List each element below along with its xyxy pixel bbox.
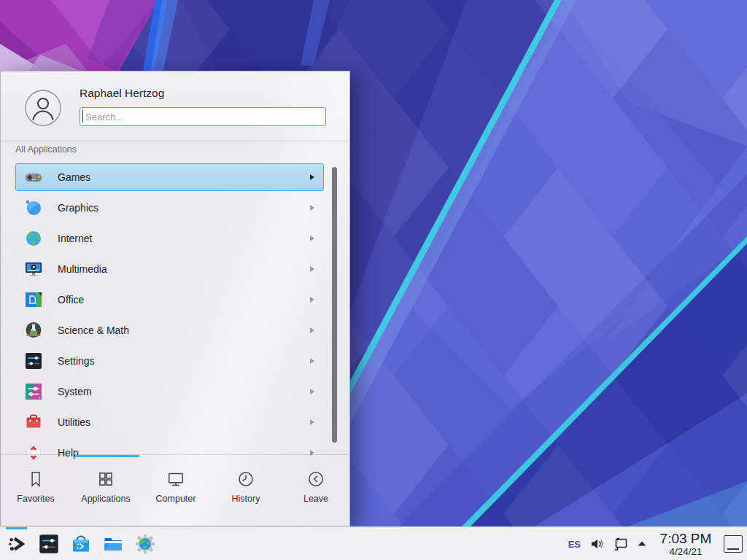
keyboard-layout-indicator[interactable]: ES: [566, 539, 583, 550]
kde-launcher-icon: [6, 533, 28, 555]
app-category-label: Utilities: [58, 416, 310, 428]
submenu-arrow-icon: [310, 266, 314, 272]
app-category-games[interactable]: Games: [15, 163, 324, 191]
application-launcher-menu: Raphael Hertzog All Applications GamesGr…: [0, 71, 350, 526]
leave-icon: [306, 470, 325, 489]
desktop: Raphael Hertzog All Applications GamesGr…: [0, 0, 747, 560]
text-cursor: [82, 110, 83, 122]
app-category-label: Settings: [58, 355, 310, 367]
app-category-label: Office: [58, 294, 310, 306]
tab-label: Leave: [303, 494, 328, 504]
settings-icon: [24, 351, 43, 370]
system-settings-icon: [38, 533, 60, 555]
utilities-icon: [24, 413, 43, 432]
tab-label: History: [232, 494, 260, 504]
submenu-arrow-icon: [310, 297, 314, 303]
show-desktop-button[interactable]: [724, 535, 743, 553]
footer-divider: [1, 454, 349, 455]
app-category-settings[interactable]: Settings: [15, 347, 324, 375]
expand-tray-icon[interactable]: [636, 538, 648, 550]
web-browser-button[interactable]: [133, 527, 157, 560]
submenu-arrow-icon: [310, 174, 314, 180]
office-icon: [24, 290, 43, 309]
app-category-label: Multimedia: [58, 263, 310, 275]
taskbar: ES 7:03 PM 4/24/21: [0, 526, 747, 560]
user-avatar[interactable]: [25, 90, 61, 126]
app-category-label: Games: [58, 171, 310, 183]
active-task-indicator: [6, 527, 27, 529]
submenu-arrow-icon: [310, 327, 314, 333]
network-icon[interactable]: [612, 535, 630, 553]
file-manager-button[interactable]: [101, 527, 125, 560]
scrollbar-thumb[interactable]: [332, 167, 337, 443]
app-category-graphics[interactable]: Graphics: [15, 194, 324, 222]
search-input[interactable]: [80, 107, 326, 126]
show-desktop-glyph: [727, 548, 739, 550]
tab-history[interactable]: History: [211, 464, 281, 526]
submenu-arrow-icon: [310, 419, 314, 425]
clock-time: 7:03 PM: [654, 532, 717, 545]
computer-icon: [166, 470, 185, 489]
active-tab-indicator: [75, 455, 139, 457]
tab-computer[interactable]: Computer: [141, 464, 211, 526]
clock-date: 4/24/21: [654, 547, 717, 557]
help-icon: [24, 443, 43, 462]
system-settings-button[interactable]: [36, 527, 61, 560]
system-tray: ES 7:03 PM 4/24/21: [566, 527, 743, 560]
app-category-help[interactable]: Help: [15, 439, 324, 467]
tab-label: Favorites: [17, 494, 54, 504]
app-category-label: System: [58, 386, 310, 397]
app-category-system[interactable]: System: [15, 378, 324, 405]
app-category-label: Internet: [58, 233, 310, 244]
digital-clock[interactable]: 7:03 PM 4/24/21: [654, 532, 717, 557]
discover-icon: [70, 533, 92, 555]
multimedia-icon: [24, 260, 43, 279]
tab-label: Computer: [156, 494, 196, 504]
internet-icon: [24, 229, 43, 248]
footer-tabs: FavoritesApplicationsComputerHistoryLeav…: [1, 464, 351, 526]
section-label: All Applications: [15, 144, 77, 155]
submenu-arrow-icon: [310, 389, 314, 394]
app-category-label: Science & Math: [58, 324, 310, 336]
discover-button[interactable]: [69, 527, 93, 560]
tab-applications[interactable]: Applications: [71, 464, 141, 526]
applications-icon: [96, 470, 115, 489]
app-category-internet[interactable]: Internet: [15, 225, 324, 252]
tab-leave[interactable]: Leave: [281, 464, 351, 526]
history-icon: [236, 470, 255, 489]
system-icon: [24, 382, 43, 401]
tab-label: Applications: [81, 494, 130, 504]
science-icon: [24, 321, 43, 340]
app-category-multimedia[interactable]: Multimedia: [15, 255, 324, 283]
submenu-arrow-icon: [310, 236, 314, 241]
application-launcher-button[interactable]: [4, 527, 28, 560]
submenu-arrow-icon: [310, 205, 314, 211]
app-category-office[interactable]: Office: [15, 286, 324, 314]
user-name: Raphael Hertzog: [80, 87, 164, 100]
app-category-utilities[interactable]: Utilities: [15, 408, 324, 436]
favorites-icon: [26, 470, 45, 489]
volume-icon[interactable]: [589, 536, 605, 552]
games-icon: [24, 168, 43, 187]
taskbar-launchers: [4, 527, 157, 560]
graphics-icon: [24, 198, 43, 217]
header-divider: [1, 141, 349, 141]
tab-favorites[interactable]: Favorites: [1, 464, 71, 526]
app-category-science-math[interactable]: Science & Math: [15, 316, 324, 344]
app-category-label: Graphics: [58, 202, 310, 214]
globe-gear-icon: [134, 533, 156, 555]
folder-icon: [102, 533, 124, 555]
submenu-arrow-icon: [310, 358, 314, 364]
